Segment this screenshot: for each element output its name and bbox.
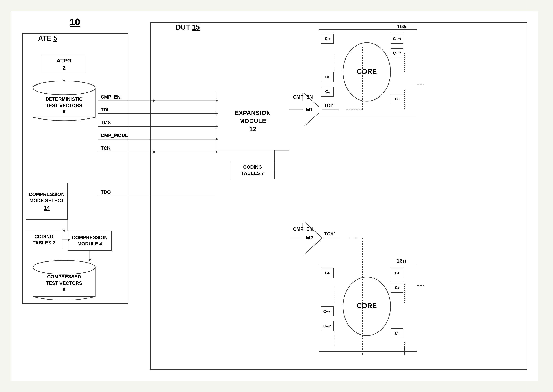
atpg-box: ATPG 2 <box>42 55 86 73</box>
core-16n-box: 16n CORE Cp C1 C2 Cm+2 Cm+1 Cn <box>319 264 418 351</box>
det-test-vectors-cylinder: DETERMINISTIC TEST VECTORS 6 <box>31 81 97 121</box>
cell-cp-16a: Cp <box>391 94 403 104</box>
cell-c2: C2 <box>321 72 334 82</box>
core-16a-label: 16a <box>397 23 406 29</box>
svg-text:6: 6 <box>63 109 65 114</box>
comp-mod-box: COMPRESSION MODULE 4 <box>68 231 112 251</box>
core-16n-label: 16n <box>396 258 406 264</box>
ate-label: ATE 5 <box>38 35 57 42</box>
dut-label: DUT 15 <box>176 23 200 31</box>
diagram-container: 10 ATE 5 DUT 15 ATPG 2 DETERMINISTIC TES… <box>11 11 538 381</box>
svg-text:M1: M1 <box>306 107 313 112</box>
svg-text:M2: M2 <box>306 235 313 241</box>
svg-text:8: 8 <box>63 287 65 292</box>
svg-point-1 <box>33 81 95 95</box>
core-ellipse-16n: CORE <box>341 275 392 337</box>
core-ellipse-16a: CORE <box>341 41 392 103</box>
ct-ate-box: CODING TABLES 7 <box>26 231 62 249</box>
svg-point-6 <box>33 260 95 274</box>
cell-cm1: Cm+1 <box>391 34 403 44</box>
cms-box: COMPRESSION MODE SELECT 14 <box>26 183 68 220</box>
cell-cm1-16n: Cm+1 <box>321 321 334 331</box>
svg-text:TEST VECTORS: TEST VECTORS <box>46 103 82 108</box>
comp-test-vectors-cylinder: COMPRESSED TEST VECTORS 8 <box>31 260 97 300</box>
cell-cm2: Cm+2 <box>391 48 403 58</box>
cell-cp-16n: Cp <box>321 268 334 278</box>
svg-text:TEST VECTORS: TEST VECTORS <box>46 280 82 286</box>
ct-dut-box: CODING TABLES 7 <box>231 161 275 179</box>
cell-cn-16n: Cn <box>391 328 403 338</box>
core-16a-box: 16a CORE Cm Cm+1 Cm+2 C2 C1 Cp <box>319 29 418 117</box>
svg-text:CORE: CORE <box>357 302 377 310</box>
cell-c1-16n: C1 <box>391 268 403 278</box>
mux-m2: M2 <box>302 220 324 256</box>
cell-cm: Cm <box>321 34 334 44</box>
svg-text:DETERMINISTIC: DETERMINISTIC <box>46 96 83 102</box>
main-title: 10 <box>70 16 80 28</box>
svg-text:COMPRESSED: COMPRESSED <box>47 274 81 280</box>
cell-c1: C1 <box>321 87 334 97</box>
svg-text:CORE: CORE <box>357 68 377 75</box>
exp-mod-box: EXPANSION MODULE 12 <box>216 91 289 150</box>
cell-cm2-16n: Cm+2 <box>321 306 334 316</box>
cell-c2-16n: C2 <box>391 282 403 293</box>
